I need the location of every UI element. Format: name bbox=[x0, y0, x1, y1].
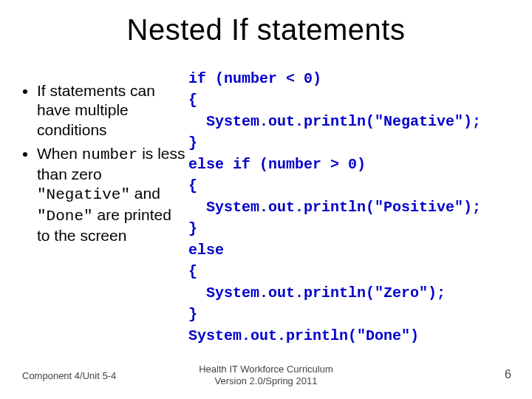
inline-code: number bbox=[82, 146, 138, 163]
footer-center: Health IT Workforce Curriculum Version 2… bbox=[0, 364, 532, 388]
bullet-text: When bbox=[37, 145, 82, 162]
slide-title: Nested If statements bbox=[0, 13, 532, 47]
footer-center-line: Health IT Workforce Curriculum bbox=[199, 364, 333, 375]
bullet-text: and bbox=[130, 185, 160, 202]
inline-code: "Done" bbox=[37, 208, 93, 225]
content-row: If statements can have multiple conditio… bbox=[22, 68, 517, 347]
bullet-item: If statements can have multiple conditio… bbox=[37, 81, 188, 140]
bullet-item: When number is less than zero "Negative"… bbox=[37, 144, 188, 245]
slide-number: 6 bbox=[505, 368, 511, 381]
bullet-text: If statements can have multiple conditio… bbox=[37, 82, 155, 138]
inline-code: "Negative" bbox=[37, 186, 130, 203]
code-block: if (number < 0) { System.out.println("Ne… bbox=[188, 68, 517, 347]
footer-center-line: Version 2.0/Spring 2011 bbox=[215, 375, 318, 386]
bullet-list: If statements can have multiple conditio… bbox=[22, 68, 188, 250]
slide: Nested If statements If statements can h… bbox=[0, 0, 532, 399]
